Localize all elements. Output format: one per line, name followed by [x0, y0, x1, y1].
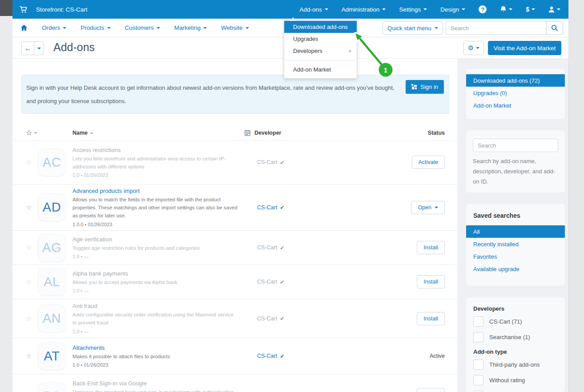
checkbox[interactable] — [473, 360, 483, 370]
topbar-menu-settings[interactable]: Settings — [399, 6, 427, 13]
open-button[interactable]: Open — [411, 201, 445, 214]
sidebar-item-addon-market[interactable]: Add-on Market — [466, 99, 565, 112]
filter-third-party[interactable]: Third-party add-ons — [473, 360, 558, 370]
install-button[interactable]: Install — [417, 241, 445, 254]
favorite-star-icon[interactable]: ☆ — [26, 204, 38, 212]
favorite-star-icon[interactable]: ☆ — [26, 315, 38, 323]
back-button[interactable]: ← — [21, 41, 34, 55]
checkbox[interactable] — [473, 332, 483, 342]
install-button[interactable]: Install — [417, 388, 445, 392]
addon-developer[interactable]: CS-Cart✔ — [257, 279, 328, 285]
sidebar-item-upgrades[interactable]: Upgrades (0) — [466, 87, 565, 99]
currency-menu[interactable]: $ — [526, 6, 535, 13]
chevron-down-icon — [509, 8, 512, 10]
notifications-menu[interactable] — [500, 6, 512, 13]
addon-version: 1.0.0 • 01/26/2023 — [72, 222, 239, 227]
favorite-star-icon[interactable]: ☆ — [26, 352, 38, 360]
star-icon: ☆ — [26, 128, 32, 137]
search-input[interactable] — [446, 21, 546, 35]
addon-description: Allows you to accept payments via Alpha … — [72, 279, 239, 287]
chevron-down-icon — [423, 8, 427, 10]
verified-check-icon: ✔ — [280, 279, 284, 285]
verified-check-icon: ✔ — [280, 204, 284, 211]
addon-developer[interactable]: CS-Cart✔ — [257, 353, 328, 360]
addon-type-filter-title: Add-on type — [473, 348, 558, 355]
menu-item-addon-market[interactable]: Add-on Market — [284, 64, 357, 76]
quick-start-menu-button[interactable]: Quick start menu — [383, 21, 443, 35]
back-history-button[interactable] — [34, 41, 44, 55]
nav-item-products[interactable]: Products — [81, 24, 110, 31]
menu-item-developers[interactable]: Developers — [284, 45, 357, 57]
name-column-header[interactable]: Name — [72, 130, 239, 136]
addon-version: 1.0 • 01/26/2023 — [72, 172, 239, 178]
signin-banner-text: Sign in with your Help Desk account to g… — [26, 81, 400, 108]
favorite-star-icon[interactable]: ☆ — [26, 244, 38, 252]
addon-version: 1.0 • — — [72, 329, 239, 334]
addon-title: Anti fraud — [72, 303, 239, 309]
account-menu[interactable] — [548, 6, 560, 13]
filter-searchanise[interactable]: Searchanise (1) — [473, 332, 558, 342]
gear-button[interactable]: ⚙ — [463, 41, 484, 55]
addon-title-link[interactable]: Advanced products import — [72, 188, 239, 194]
install-button[interactable]: Install — [417, 275, 445, 288]
install-button[interactable]: Install — [417, 312, 445, 325]
saved-search-all[interactable]: All — [466, 225, 565, 238]
saved-search-available-upgrade[interactable]: Available upgrade — [466, 263, 565, 275]
menu-item-upgrades[interactable]: Upgrades — [284, 33, 357, 45]
chevron-down-icon — [34, 132, 37, 134]
addon-version: 1.0 • — — [72, 254, 239, 259]
favorite-star-icon[interactable]: ☆ — [26, 278, 38, 286]
storefront-label[interactable]: Storefront: CS-Cart — [36, 6, 88, 13]
favorite-star-icon[interactable]: ☆ — [26, 158, 38, 166]
admin-window: Storefront: CS-Cart Add-ons Administrati… — [12, 0, 568, 392]
home-icon[interactable] — [20, 24, 28, 31]
saved-search-recently-installed[interactable]: Recently installed — [466, 238, 565, 250]
cart-icon[interactable] — [20, 6, 28, 13]
menu-item-downloaded-addons[interactable]: Downloaded add-ons — [284, 21, 357, 33]
developer-column-header[interactable]: Developer — [245, 130, 281, 136]
sign-in-button[interactable]: Sign in — [406, 80, 444, 94]
addon-title: Age verification — [72, 236, 239, 243]
filter-cs-cart[interactable]: CS-Cart (71) — [473, 316, 558, 327]
developers-filter-title: Developers — [473, 305, 558, 312]
addon-developer[interactable]: CS-Cart✔ — [257, 244, 328, 251]
search-help-text: Search by add-on name, description, deve… — [473, 156, 558, 187]
addon-description: Toggles age restriction rules for produc… — [72, 244, 239, 252]
sidebar-item-downloaded-addons[interactable]: Downloaded add-ons (72) — [466, 74, 565, 87]
nav-item-website[interactable]: Website — [221, 24, 249, 31]
nav-item-orders[interactable]: Orders — [42, 24, 66, 31]
favorites-sort-header[interactable]: ☆ — [26, 128, 72, 137]
help-icon[interactable]: ? — [479, 5, 487, 13]
activate-button[interactable]: Activate — [412, 156, 445, 169]
marketplace-grid-icon — [411, 84, 417, 90]
addon-description: Lets you limit storefront and administra… — [72, 155, 239, 171]
desktop-left-strip-top — [0, 0, 12, 16]
checkbox[interactable] — [473, 375, 483, 385]
addon-developer[interactable]: CS-Cart✔ — [257, 315, 328, 322]
bell-icon — [500, 6, 507, 13]
table-row: ☆ AD Advanced products import Allows you… — [12, 184, 457, 231]
filter-without-rating[interactable]: Without rating — [473, 375, 558, 385]
topbar-menu-design[interactable]: Design — [440, 6, 465, 13]
addon-title: Back-End Sign-In via Google — [72, 380, 239, 387]
topbar-menu-administration[interactable]: Administration — [342, 6, 386, 13]
visit-addon-market-button[interactable]: Visit the Add-on Market — [488, 41, 561, 55]
addon-title-link[interactable]: Attachments — [72, 344, 239, 351]
nav-item-customers[interactable]: Customers — [125, 24, 160, 31]
search-button[interactable] — [546, 21, 563, 35]
chevron-down-icon — [37, 48, 41, 49]
table-row: ☆ AT Attachments Makes it possible to at… — [12, 338, 457, 374]
saved-search-favorites[interactable]: Favorites — [466, 250, 565, 263]
addon-tile: AL — [38, 268, 66, 296]
chevron-down-icon — [382, 8, 386, 10]
addon-tile: BA — [38, 382, 66, 392]
checkbox[interactable] — [473, 316, 483, 327]
topbar-menu-addons[interactable]: Add-ons — [300, 6, 328, 13]
verified-check-icon: ✔ — [280, 353, 284, 360]
addon-developer[interactable]: CS-Cart✔ — [257, 204, 328, 211]
gear-icon: ⚙ — [468, 44, 474, 52]
nav-item-marketing[interactable]: Marketing — [174, 24, 207, 31]
addon-search-input[interactable] — [473, 139, 558, 152]
addon-developer[interactable]: CS-Cart✔ — [257, 159, 328, 166]
addon-version: 1.0 • 01/26/2023 — [72, 362, 239, 368]
